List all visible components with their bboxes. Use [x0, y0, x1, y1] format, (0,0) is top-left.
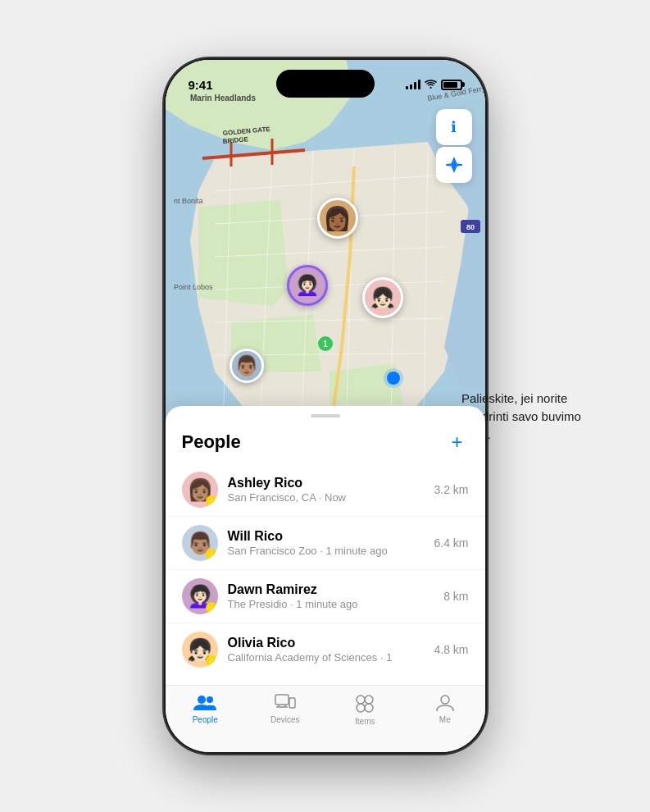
wifi-icon — [425, 79, 437, 91]
person-name-dawn: Dawn Ramirez — [228, 582, 444, 597]
person-info-ashley: Ashley Rico San Francisco, CA · Now — [228, 476, 434, 504]
svg-point-33 — [365, 696, 373, 704]
people-tab-icon — [193, 694, 216, 712]
sheet-handle[interactable] — [311, 414, 340, 417]
person-name-ashley: Ashley Rico — [228, 476, 434, 490]
person-distance-dawn: 8 km — [443, 590, 468, 603]
tab-people[interactable]: People — [180, 694, 230, 724]
tab-devices-label: Devices — [270, 715, 300, 724]
person-info-will: Will Rico San Francisco Zoo · 1 minute a… — [228, 529, 434, 557]
tab-me[interactable]: Me — [420, 694, 470, 724]
info-icon: ℹ — [451, 118, 457, 136]
person-row-ashley[interactable]: 👩🏽 ⭐ Ashley Rico San Francisco, CA · Now… — [166, 463, 485, 517]
person-row-will[interactable]: 👨🏽 ⭐ Will Rico San Francisco Zoo · 1 min… — [166, 517, 485, 570]
people-list: 👩🏽 ⭐ Ashley Rico San Francisco, CA · Now… — [166, 463, 485, 676]
svg-text:1: 1 — [323, 340, 328, 349]
tab-devices[interactable]: Devices — [261, 694, 310, 724]
map-buttons: ℹ — [436, 109, 472, 183]
signal-bar-2 — [410, 84, 412, 89]
tab-bar: People Devices Items — [166, 685, 485, 752]
star-badge-will: ⭐ — [206, 549, 217, 560]
person-row-olivia[interactable]: 👧🏻 ⭐ Olivia Rico California Academy of S… — [166, 623, 485, 676]
items-tab-icon — [355, 694, 375, 714]
map-pin-olivia[interactable]: 👧🏻 — [362, 277, 403, 318]
avatar-ashley: 👩🏽 ⭐ — [182, 472, 218, 508]
signal-bar-4 — [418, 80, 420, 89]
svg-text:nt Bonita: nt Bonita — [174, 197, 203, 205]
avatar-olivia: 👧🏻 ⭐ — [182, 632, 218, 668]
tab-people-label: People — [193, 715, 218, 724]
person-location-dawn: The Presidio · 1 minute ago — [228, 598, 444, 610]
avatar-dawn: 👩🏻‍🦱 ⭐ — [182, 578, 218, 614]
svg-point-32 — [357, 696, 365, 704]
map-pin-ashley[interactable]: 👩🏾 — [317, 198, 358, 239]
person-info-dawn: Dawn Ramirez The Presidio · 1 minute ago — [228, 582, 444, 610]
status-time: 9:41 — [189, 78, 213, 92]
person-distance-olivia: 4.8 km — [434, 643, 468, 656]
user-location-dot — [387, 372, 400, 385]
avatar-will: 👨🏽 ⭐ — [182, 525, 218, 561]
person-info-olivia: Olivia Rico California Academy of Scienc… — [228, 636, 434, 664]
person-distance-ashley: 3.2 km — [434, 483, 468, 496]
svg-rect-27 — [275, 695, 289, 705]
status-icons — [406, 79, 462, 91]
person-location-olivia: California Academy of Sciences · 1 — [228, 651, 434, 664]
map-pin-dawn[interactable]: 👩🏻‍🦱 — [287, 265, 328, 306]
add-icon: + — [451, 432, 462, 452]
svg-text:80: 80 — [466, 223, 474, 231]
sheet-header: People + — [166, 431, 485, 463]
bottom-sheet: People + 👩🏽 ⭐ Ashley Rico San Francisco,… — [166, 406, 485, 685]
info-button[interactable]: ℹ — [436, 109, 472, 145]
person-name-olivia: Olivia Rico — [228, 636, 434, 650]
person-location-ashley: San Francisco, CA · Now — [228, 491, 434, 504]
person-location-will: San Francisco Zoo · 1 minute ago — [228, 545, 434, 557]
location-icon — [446, 157, 462, 173]
svg-point-26 — [207, 696, 213, 703]
star-badge-olivia: ⭐ — [206, 655, 217, 667]
signal-bar-1 — [406, 86, 408, 89]
svg-point-25 — [198, 696, 206, 704]
person-distance-will: 6.4 km — [434, 536, 468, 550]
svg-rect-31 — [289, 698, 295, 708]
battery-icon — [441, 80, 462, 90]
star-badge-ashley: ⭐ — [206, 495, 217, 507]
tab-items[interactable]: Items — [340, 694, 389, 726]
svg-point-36 — [441, 696, 449, 704]
add-person-button[interactable]: + — [446, 431, 469, 454]
devices-tab-icon — [275, 694, 296, 712]
dynamic-island — [276, 70, 375, 98]
location-button[interactable] — [436, 147, 472, 183]
me-tab-icon — [436, 694, 454, 712]
signal-bar-3 — [414, 82, 416, 89]
person-row-dawn[interactable]: 👩🏻‍🦱 ⭐ Dawn Ramirez The Presidio · 1 min… — [166, 570, 485, 623]
phone-frame: 9:41 — [166, 60, 485, 752]
svg-point-35 — [365, 704, 373, 712]
battery-fill — [443, 82, 457, 88]
map-pin-will[interactable]: 👨🏽 — [230, 349, 264, 383]
svg-text:Point Lobos: Point Lobos — [174, 283, 213, 291]
person-name-will: Will Rico — [228, 529, 434, 544]
tab-items-label: Items — [355, 717, 375, 726]
sheet-title: People — [182, 431, 241, 453]
tab-me-label: Me — [439, 715, 451, 724]
star-badge-dawn: ⭐ — [206, 602, 217, 614]
signal-bars — [406, 80, 420, 89]
svg-point-34 — [357, 704, 365, 712]
